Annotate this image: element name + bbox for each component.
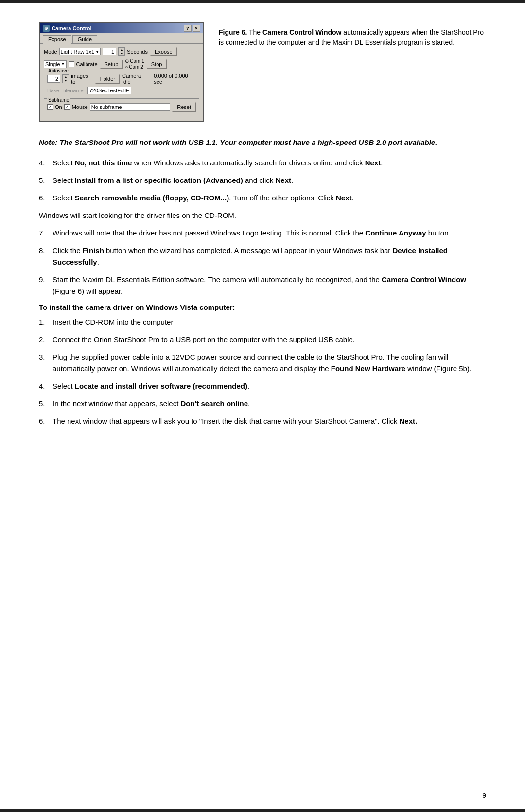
item-6-num: 6. (39, 192, 49, 204)
cam2-label: Cam 2 (129, 64, 143, 70)
item-7-num: 7. (39, 227, 49, 239)
exposure-input[interactable]: 1 (103, 48, 116, 55)
autosave-row: 2 ▲ ▼ images to Folder Camera Idle 0.000… (47, 73, 196, 85)
item-7-content: Windows will note that the driver has no… (52, 227, 486, 239)
item-v5-num: 5. (39, 398, 49, 410)
cam1-label: Cam 1 (130, 58, 144, 64)
autosave-label: Autosave (47, 68, 70, 73)
camera-body: Mode Light Raw 1x1 ▼ 1 ▲ ▼ Seconds Expos… (40, 44, 203, 121)
section-heading: To install the camera driver on Windows … (39, 303, 486, 311)
images-input[interactable]: 2 (47, 75, 60, 83)
filename-input[interactable]: 720SecTestFullF (88, 87, 131, 94)
item-v6-content: The next window that appears will ask yo… (52, 415, 486, 427)
item-4-content: Select No, not this time when Windows as… (52, 157, 486, 169)
note-paragraph: Note: The StarShoot Pro will not work wi… (39, 137, 486, 148)
figure-caption-text: The (249, 28, 262, 36)
on-checkbox[interactable]: ✓ (47, 104, 53, 110)
spin-up-icon[interactable]: ▲ (119, 48, 124, 52)
item-5-content: Select Install from a list or specific l… (52, 175, 486, 186)
list-item-v4: 4. Select Locate and install driver soft… (39, 380, 486, 392)
item-v4-num: 4. (39, 380, 49, 392)
spin-down-icon[interactable]: ▼ (119, 52, 124, 55)
tab-guide[interactable]: Guide (72, 35, 97, 43)
calibrate-checkbox[interactable] (69, 61, 74, 67)
subframe-value: No subframe (91, 104, 122, 110)
images-to-label: images to (71, 73, 93, 85)
bottom-border (0, 809, 525, 812)
list-item-8: 8. Click the Finish button when the wiza… (39, 245, 486, 268)
item-v3-content: Plug the supplied power cable into a 12V… (52, 351, 486, 375)
item-5-num: 5. (39, 175, 49, 186)
img-spin-down-icon[interactable]: ▼ (63, 79, 69, 83)
window-title: Camera Control (52, 25, 92, 31)
list-item-v2: 2. Connect the Orion StarShoot Pro to a … (39, 334, 486, 345)
item-v1-num: 1. (39, 316, 49, 328)
camera-icon: ⊕ (43, 25, 50, 32)
expose-button[interactable]: Expose (150, 47, 177, 56)
mouse-checkbox[interactable]: ✓ (64, 104, 70, 110)
figure-label: Figure 6. (219, 28, 247, 36)
list-item-v1: 1. Insert the CD-ROM into the computer (39, 316, 486, 328)
titlebar-left: ⊕ Camera Control (43, 25, 92, 32)
item-v6-num: 6. (39, 415, 49, 427)
page-number: 9 (482, 792, 486, 799)
img-spin-up-icon[interactable]: ▲ (63, 75, 69, 79)
type-select[interactable]: Single ▼ (44, 60, 67, 68)
item-v2-num: 2. (39, 334, 49, 345)
stop-button[interactable]: Stop (146, 59, 167, 69)
item-9-content: Start the Maxim DL Essentials Edition so… (52, 274, 486, 297)
images-spinner[interactable]: ▲ ▼ (62, 74, 69, 83)
reset-button[interactable]: Reset (172, 102, 196, 112)
cam2-radio[interactable]: ○ Cam 2 (125, 64, 144, 70)
titlebar-buttons: ? × (184, 25, 200, 32)
list-group-1: 4. Select No, not this time when Windows… (39, 157, 486, 204)
on-label: On (55, 104, 62, 110)
list-item-5: 5. Select Install from a list or specifi… (39, 175, 486, 186)
close-button[interactable]: × (192, 25, 200, 32)
item-v3-num: 3. (39, 351, 49, 375)
mode-row: Mode Light Raw 1x1 ▼ 1 ▲ ▼ Seconds Expos… (44, 47, 199, 56)
cam-radio-group: ⊙ Cam 1 ○ Cam 2 (125, 58, 144, 70)
subframe-label: Subframe (47, 97, 70, 103)
camera-control-window: ⊕ Camera Control ? × Expose Guide Mode (39, 22, 204, 122)
page-number-row: 9 (0, 787, 525, 809)
list-item-v5: 5. In the next window that appears, sele… (39, 398, 486, 410)
subframe-select[interactable]: No subframe (90, 103, 171, 111)
standalone-para-1: Windows will start looking for the drive… (39, 210, 486, 221)
folder-button[interactable]: Folder (95, 74, 120, 84)
item-v1-content: Insert the CD-ROM into the computer (52, 316, 486, 328)
filename-label: filename (63, 88, 84, 93)
camera-idle-value: 0.000 of 0.000 sec (154, 73, 196, 85)
item-v5-content: In the next window that appears, select … (52, 398, 486, 410)
help-button[interactable]: ? (184, 25, 192, 32)
type-value: Single (45, 61, 60, 67)
filename-row: Base filename 720SecTestFullF (47, 87, 196, 94)
subframe-groupbox: Subframe ✓ On ✓ Mouse No subframe Reset (44, 101, 199, 116)
figure-caption-title: Camera Control Window (262, 28, 341, 36)
camera-tabs: Expose Guide (40, 33, 203, 44)
cam1-radio-icon: ⊙ (125, 58, 129, 64)
list-item-6: 6. Select Search removable media (floppy… (39, 192, 486, 204)
cam2-radio-icon: ○ (125, 64, 128, 70)
page: ⊕ Camera Control ? × Expose Guide Mode (0, 0, 525, 812)
item-8-content: Click the Finish button when the wizard … (52, 245, 486, 268)
item-6-content: Select Search removable media (floppy, C… (52, 192, 486, 204)
list-item-v3: 3. Plug the supplied power cable into a … (39, 351, 486, 375)
tab-expose[interactable]: Expose (43, 35, 71, 44)
item-9-num: 9. (39, 274, 49, 297)
cam1-radio[interactable]: ⊙ Cam 1 (125, 58, 144, 64)
subframe-row: ✓ On ✓ Mouse No subframe Reset (47, 102, 196, 112)
mode-arrow-icon: ▼ (95, 50, 99, 54)
item-v4-content: Select Locate and install driver softwar… (52, 380, 486, 392)
exposure-spinner[interactable]: ▲ ▼ (118, 47, 125, 56)
mode-select[interactable]: Light Raw 1x1 ▼ (59, 48, 101, 55)
list-item-4: 4. Select No, not this time when Windows… (39, 157, 486, 169)
list-group-2: 7. Windows will note that the driver has… (39, 227, 486, 297)
content-area: ⊕ Camera Control ? × Expose Guide Mode (0, 3, 525, 787)
camera-idle-label: Camera Idle (122, 73, 150, 85)
setup-button[interactable]: Setup (100, 59, 123, 69)
list-item-v6: 6. The next window that appears will ask… (39, 415, 486, 427)
item-v2-content: Connect the Orion StarShoot Pro to a USB… (52, 334, 486, 345)
calibrate-label: Calibrate (76, 61, 98, 67)
item-8-num: 8. (39, 245, 49, 268)
